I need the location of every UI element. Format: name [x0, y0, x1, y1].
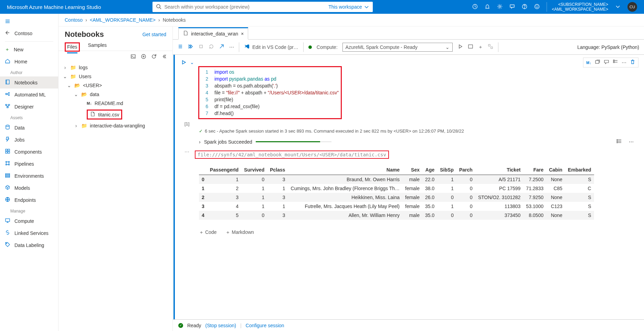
- breadcrumb-contoso[interactable]: Contoso: [65, 17, 83, 23]
- cell-toolbar: M↓ ⋯: [583, 58, 638, 68]
- refresh-icon[interactable]: [151, 54, 157, 60]
- list-icon[interactable]: [616, 138, 622, 145]
- svg-rect-55: [595, 61, 599, 63]
- compute-label: Compute:: [317, 44, 338, 50]
- subscription-info[interactable]: <SUBSCRIPTION_NAME> <AML_WORKSPACE_NAME>: [547, 2, 608, 12]
- tree-readme[interactable]: M↓README.md: [61, 99, 170, 108]
- play-icon[interactable]: [457, 44, 463, 50]
- tree-logs[interactable]: ›📁logs: [61, 63, 170, 72]
- run-cell-icon[interactable]: [181, 60, 187, 66]
- stop-icon[interactable]: [198, 44, 204, 50]
- chevron-down-icon: ⌄: [67, 83, 72, 88]
- search-box[interactable]: This workspace: [152, 2, 373, 12]
- bell-icon[interactable]: [485, 4, 490, 10]
- add-icon[interactable]: [141, 54, 146, 60]
- compute-select[interactable]: AzureML Spark Compute - Ready ⌄: [342, 43, 453, 52]
- vars-icon[interactable]: [613, 59, 618, 66]
- chevron-down-icon[interactable]: [615, 4, 621, 10]
- breadcrumb-workspace[interactable]: <AML_WORKSPACE_NAME>: [90, 17, 156, 23]
- spark-jobs[interactable]: › Spark jobs Succeeded ⋯: [199, 138, 634, 145]
- get-started-link[interactable]: Get started: [142, 32, 166, 37]
- terminal-icon[interactable]: [130, 54, 136, 60]
- add-compute-icon[interactable]: ＋: [478, 44, 483, 50]
- svg-point-5: [525, 8, 525, 8]
- status-ready: Ready: [187, 323, 201, 328]
- nav-endpoints[interactable]: Endpoints: [0, 194, 58, 206]
- automl-icon: [5, 91, 10, 98]
- code-cell[interactable]: 1import os2import pyspark.pandas as pd3a…: [198, 66, 342, 119]
- tree-titanic[interactable]: titanic.csv: [61, 108, 170, 121]
- stop-session-link[interactable]: (Stop session): [205, 323, 236, 328]
- popout-icon[interactable]: [595, 59, 600, 66]
- instances-icon[interactable]: [488, 44, 493, 50]
- nav-linked[interactable]: Linked Services: [0, 227, 58, 239]
- comment-icon[interactable]: [604, 59, 609, 66]
- restart-icon[interactable]: [209, 44, 214, 50]
- menu-icon[interactable]: [178, 44, 183, 50]
- feedback-icon[interactable]: [509, 4, 515, 10]
- search-input[interactable]: [164, 4, 328, 10]
- svg-point-24: [6, 125, 9, 126]
- tree-users[interactable]: ⌄📁Users: [61, 72, 170, 81]
- delete-icon[interactable]: [630, 59, 635, 66]
- add-code-button[interactable]: ＋ Code: [199, 229, 217, 236]
- smile-icon[interactable]: [534, 4, 540, 10]
- gear-icon[interactable]: [497, 4, 503, 10]
- run-all-icon[interactable]: [188, 44, 193, 50]
- help-icon[interactable]: [522, 4, 527, 10]
- collapse-icon[interactable]: [161, 54, 167, 60]
- nav-labeling[interactable]: Data Labeling: [0, 239, 58, 251]
- vscode-button[interactable]: Edit in VS Code (pr…: [244, 44, 298, 50]
- brand: Microsoft Azure Machine Learning Studio: [7, 4, 101, 10]
- nav-models[interactable]: Models: [0, 182, 58, 194]
- exec-info: ✓ 6 sec - Apache Spark session started i…: [199, 128, 634, 134]
- add-markdown-button[interactable]: ＋ Markdown: [225, 229, 254, 236]
- back-contoso[interactable]: Contoso: [0, 27, 58, 39]
- nav-new[interactable]: ＋New: [0, 44, 58, 55]
- notebook-tab[interactable]: interactive_data_wran ×: [178, 27, 248, 40]
- svg-line-17: [7, 93, 9, 94]
- folder-open-icon: 📂: [81, 92, 87, 97]
- search-scope[interactable]: This workspace: [328, 4, 369, 10]
- nav-envs[interactable]: Environments: [0, 170, 58, 182]
- avatar[interactable]: CU: [627, 2, 637, 12]
- chevron-down-icon: ⌄: [445, 44, 450, 50]
- nav-home[interactable]: Home: [0, 55, 58, 68]
- svg-point-7: [536, 6, 536, 6]
- tree-idw[interactable]: ›📁interactive-data-wrangling: [61, 121, 170, 130]
- markdown-icon: M↓: [87, 101, 92, 105]
- check-icon: ✓: [178, 323, 183, 328]
- nav-jobs[interactable]: Jobs: [0, 134, 58, 146]
- terminal2-icon[interactable]: [468, 44, 473, 50]
- svg-rect-52: [468, 45, 473, 48]
- svg-rect-34: [6, 175, 10, 176]
- nav-notebooks[interactable]: Notebooks: [0, 76, 58, 89]
- nav-compute[interactable]: Compute: [0, 215, 58, 227]
- more-icon[interactable]: ⋯: [184, 149, 189, 155]
- tab-samples[interactable]: Samples: [88, 42, 107, 51]
- chevron-down-icon[interactable]: ⌄: [190, 60, 194, 65]
- close-icon[interactable]: ×: [241, 31, 244, 37]
- clear-icon[interactable]: [219, 44, 224, 50]
- configure-session-link[interactable]: Configure session: [246, 323, 284, 328]
- nav-components[interactable]: Components: [0, 146, 58, 158]
- more-icon[interactable]: ⋯: [629, 139, 634, 145]
- clock-icon[interactable]: [472, 4, 478, 10]
- folder-icon: 📁: [81, 123, 87, 128]
- more-icon[interactable]: ⋯: [622, 60, 626, 65]
- tree-data[interactable]: ⌄📂data: [61, 90, 170, 99]
- nav-data[interactable]: Data: [0, 122, 58, 134]
- more-icon[interactable]: ⋯: [229, 44, 234, 50]
- nav-pipelines[interactable]: Pipelines: [0, 158, 58, 170]
- plus-icon: ＋: [5, 46, 10, 53]
- nav-designer[interactable]: Designer: [0, 101, 58, 113]
- chevron-right-icon: ›: [63, 65, 67, 70]
- nav-automl[interactable]: Automated ML: [0, 89, 58, 101]
- hamburger-icon[interactable]: [0, 17, 58, 27]
- md-icon[interactable]: M↓: [586, 61, 591, 65]
- link-icon: [5, 230, 10, 236]
- svg-point-29: [6, 162, 7, 163]
- progress-bar: [256, 141, 331, 142]
- tree-user[interactable]: ⌄📂<USER>: [61, 81, 170, 90]
- language-selector[interactable]: Language: PySpark (Python): [577, 44, 639, 50]
